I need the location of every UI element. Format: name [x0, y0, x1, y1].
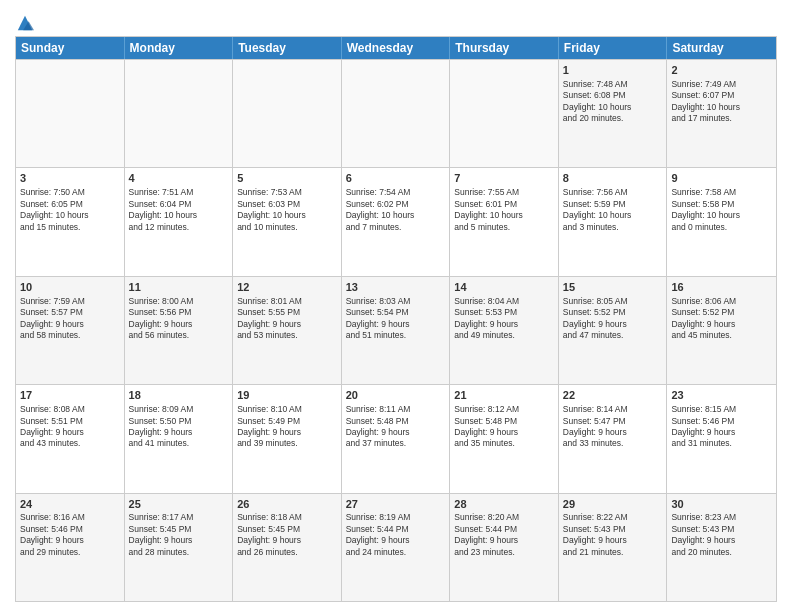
- day-cell-2: 2Sunrise: 7:49 AMSunset: 6:07 PMDaylight…: [667, 60, 776, 167]
- day-cell-30: 30Sunrise: 8:23 AMSunset: 5:43 PMDayligh…: [667, 494, 776, 601]
- cell-text-line: Daylight: 9 hours: [454, 319, 554, 330]
- day-header-monday: Monday: [125, 37, 234, 59]
- day-number: 4: [129, 171, 229, 186]
- day-cell-22: 22Sunrise: 8:14 AMSunset: 5:47 PMDayligh…: [559, 385, 668, 492]
- logo-icon: [16, 14, 34, 32]
- empty-cell: [233, 60, 342, 167]
- day-number: 9: [671, 171, 772, 186]
- cell-text-line: Sunset: 5:44 PM: [346, 524, 446, 535]
- cell-text-line: and 53 minutes.: [237, 330, 337, 341]
- cell-text-line: Sunset: 5:43 PM: [671, 524, 772, 535]
- cell-text-line: Sunrise: 8:09 AM: [129, 404, 229, 415]
- day-number: 27: [346, 497, 446, 512]
- day-number: 1: [563, 63, 663, 78]
- cell-text-line: and 37 minutes.: [346, 438, 446, 449]
- cell-text-line: Daylight: 9 hours: [671, 427, 772, 438]
- day-number: 5: [237, 171, 337, 186]
- day-number: 14: [454, 280, 554, 295]
- cell-text-line: Sunset: 5:49 PM: [237, 416, 337, 427]
- cell-text-line: and 5 minutes.: [454, 222, 554, 233]
- cell-text-line: Sunrise: 8:04 AM: [454, 296, 554, 307]
- cell-text-line: Sunrise: 7:55 AM: [454, 187, 554, 198]
- cell-text-line: Daylight: 10 hours: [346, 210, 446, 221]
- cell-text-line: and 49 minutes.: [454, 330, 554, 341]
- cell-text-line: Sunset: 6:03 PM: [237, 199, 337, 210]
- day-cell-24: 24Sunrise: 8:16 AMSunset: 5:46 PMDayligh…: [16, 494, 125, 601]
- cell-text-line: Sunrise: 8:23 AM: [671, 512, 772, 523]
- day-cell-12: 12Sunrise: 8:01 AMSunset: 5:55 PMDayligh…: [233, 277, 342, 384]
- cell-text-line: and 29 minutes.: [20, 547, 120, 558]
- cell-text-line: Sunset: 6:01 PM: [454, 199, 554, 210]
- day-number: 16: [671, 280, 772, 295]
- cell-text-line: Sunrise: 8:17 AM: [129, 512, 229, 523]
- day-cell-25: 25Sunrise: 8:17 AMSunset: 5:45 PMDayligh…: [125, 494, 234, 601]
- cell-text-line: Daylight: 10 hours: [237, 210, 337, 221]
- day-number: 22: [563, 388, 663, 403]
- cell-text-line: and 47 minutes.: [563, 330, 663, 341]
- empty-cell: [125, 60, 234, 167]
- day-number: 24: [20, 497, 120, 512]
- cell-text-line: Daylight: 10 hours: [563, 102, 663, 113]
- day-header-saturday: Saturday: [667, 37, 776, 59]
- cell-text-line: Sunrise: 7:58 AM: [671, 187, 772, 198]
- cell-text-line: Daylight: 9 hours: [671, 535, 772, 546]
- cell-text-line: Sunrise: 8:11 AM: [346, 404, 446, 415]
- cell-text-line: Daylight: 9 hours: [20, 535, 120, 546]
- day-number: 29: [563, 497, 663, 512]
- day-number: 19: [237, 388, 337, 403]
- day-cell-19: 19Sunrise: 8:10 AMSunset: 5:49 PMDayligh…: [233, 385, 342, 492]
- cell-text-line: Daylight: 9 hours: [454, 535, 554, 546]
- day-number: 7: [454, 171, 554, 186]
- day-cell-15: 15Sunrise: 8:05 AMSunset: 5:52 PMDayligh…: [559, 277, 668, 384]
- cell-text-line: and 15 minutes.: [20, 222, 120, 233]
- cell-text-line: Sunrise: 7:53 AM: [237, 187, 337, 198]
- cell-text-line: Daylight: 9 hours: [129, 535, 229, 546]
- cell-text-line: and 20 minutes.: [671, 547, 772, 558]
- cell-text-line: Sunrise: 8:05 AM: [563, 296, 663, 307]
- cell-text-line: Sunset: 5:50 PM: [129, 416, 229, 427]
- cell-text-line: and 7 minutes.: [346, 222, 446, 233]
- cell-text-line: Daylight: 10 hours: [563, 210, 663, 221]
- cell-text-line: Sunrise: 7:48 AM: [563, 79, 663, 90]
- day-number: 2: [671, 63, 772, 78]
- cell-text-line: and 0 minutes.: [671, 222, 772, 233]
- cell-text-line: and 56 minutes.: [129, 330, 229, 341]
- day-number: 21: [454, 388, 554, 403]
- day-number: 23: [671, 388, 772, 403]
- calendar-row-2: 10Sunrise: 7:59 AMSunset: 5:57 PMDayligh…: [16, 276, 776, 384]
- day-cell-27: 27Sunrise: 8:19 AMSunset: 5:44 PMDayligh…: [342, 494, 451, 601]
- cell-text-line: and 41 minutes.: [129, 438, 229, 449]
- day-header-wednesday: Wednesday: [342, 37, 451, 59]
- day-cell-1: 1Sunrise: 7:48 AMSunset: 6:08 PMDaylight…: [559, 60, 668, 167]
- calendar-row-0: 1Sunrise: 7:48 AMSunset: 6:08 PMDaylight…: [16, 59, 776, 167]
- cell-text-line: Daylight: 9 hours: [671, 319, 772, 330]
- cell-text-line: Daylight: 10 hours: [454, 210, 554, 221]
- cell-text-line: Sunrise: 8:22 AM: [563, 512, 663, 523]
- day-cell-16: 16Sunrise: 8:06 AMSunset: 5:52 PMDayligh…: [667, 277, 776, 384]
- cell-text-line: Sunset: 6:05 PM: [20, 199, 120, 210]
- cell-text-line: Sunrise: 7:51 AM: [129, 187, 229, 198]
- calendar-header: SundayMondayTuesdayWednesdayThursdayFrid…: [16, 37, 776, 59]
- cell-text-line: Sunset: 5:43 PM: [563, 524, 663, 535]
- day-cell-18: 18Sunrise: 8:09 AMSunset: 5:50 PMDayligh…: [125, 385, 234, 492]
- cell-text-line: Sunrise: 8:14 AM: [563, 404, 663, 415]
- calendar-row-4: 24Sunrise: 8:16 AMSunset: 5:46 PMDayligh…: [16, 493, 776, 601]
- day-number: 28: [454, 497, 554, 512]
- day-header-friday: Friday: [559, 37, 668, 59]
- cell-text-line: Daylight: 9 hours: [237, 319, 337, 330]
- cell-text-line: Sunset: 5:44 PM: [454, 524, 554, 535]
- cell-text-line: Sunrise: 7:50 AM: [20, 187, 120, 198]
- calendar-body: 1Sunrise: 7:48 AMSunset: 6:08 PMDaylight…: [16, 59, 776, 601]
- cell-text-line: Daylight: 9 hours: [237, 427, 337, 438]
- day-cell-23: 23Sunrise: 8:15 AMSunset: 5:46 PMDayligh…: [667, 385, 776, 492]
- cell-text-line: Daylight: 10 hours: [20, 210, 120, 221]
- day-number: 3: [20, 171, 120, 186]
- cell-text-line: Daylight: 9 hours: [563, 535, 663, 546]
- day-number: 8: [563, 171, 663, 186]
- day-cell-9: 9Sunrise: 7:58 AMSunset: 5:58 PMDaylight…: [667, 168, 776, 275]
- day-cell-13: 13Sunrise: 8:03 AMSunset: 5:54 PMDayligh…: [342, 277, 451, 384]
- cell-text-line: Sunrise: 7:54 AM: [346, 187, 446, 198]
- cell-text-line: Sunrise: 8:01 AM: [237, 296, 337, 307]
- empty-cell: [450, 60, 559, 167]
- cell-text-line: Sunset: 5:45 PM: [237, 524, 337, 535]
